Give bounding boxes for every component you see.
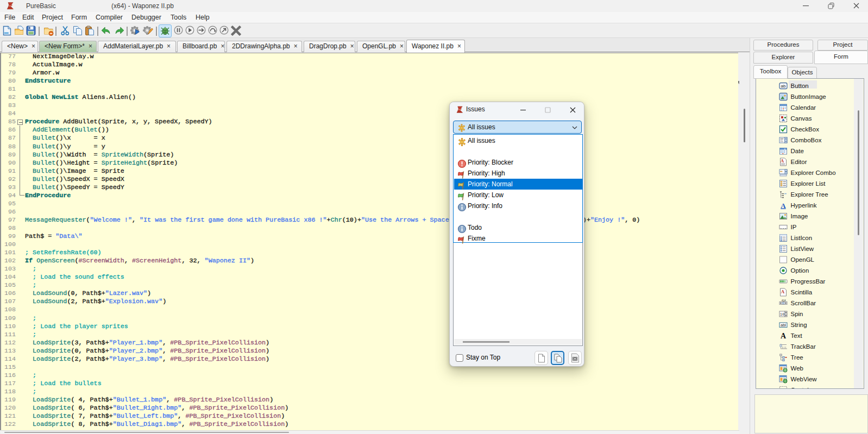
svg-text:414: 414 — [781, 299, 785, 302]
svg-text:A: A — [781, 202, 786, 210]
svg-text:A: A — [780, 332, 786, 340]
svg-text:A: A — [781, 289, 784, 294]
svg-text:A: A — [780, 158, 784, 163]
svg-text:10: 10 — [779, 312, 784, 317]
svg-text:abl: abl — [780, 323, 785, 328]
svg-text:...: ... — [779, 225, 787, 230]
svg-text:ab: ab — [781, 84, 785, 89]
